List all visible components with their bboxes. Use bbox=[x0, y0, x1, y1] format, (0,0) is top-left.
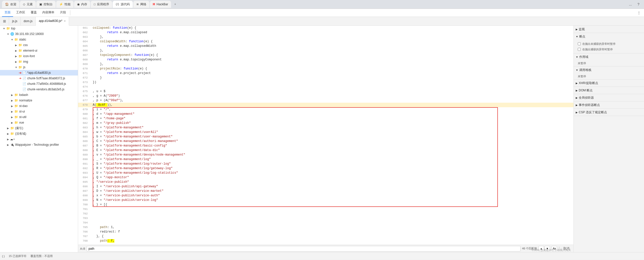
tree-no-domain[interactable]: ▶ 📁 (没有域) bbox=[0, 131, 78, 136]
nav-snippets[interactable]: 片段 bbox=[57, 9, 69, 17]
img-folder-icon: 📁 bbox=[18, 60, 22, 64]
code-line-677: 677, p = (A("99af"), bbox=[78, 98, 573, 103]
tree-server[interactable]: ▼ 🌐 39.101.69.152:18000 bbox=[0, 31, 78, 37]
section-scope-header[interactable]: ▼ 作用域 bbox=[574, 53, 644, 60]
tree-top-label: top bbox=[11, 27, 15, 30]
nav-overrides[interactable]: 覆盖 bbox=[28, 9, 39, 17]
code-line-702: 702 bbox=[78, 211, 573, 216]
tab-console[interactable]: ▣ 控制台 bbox=[36, 1, 56, 8]
tree-st-dao[interactable]: ▶ 📁 st-dao bbox=[0, 103, 78, 109]
checkbox-uncaught-input[interactable] bbox=[578, 42, 581, 45]
icon-font-folder-icon: 📁 bbox=[18, 54, 22, 58]
tree-wappalyzer[interactable]: ▶ 🔌 Wappalyzer - Technology profiler bbox=[0, 142, 78, 147]
tree-static[interactable]: ▼ 📁 static bbox=[0, 37, 78, 42]
tree-normalize[interactable]: ▶ 📁 normalize bbox=[0, 98, 78, 103]
tree-st-ui-label: st-ui bbox=[19, 110, 25, 113]
nav-more-button[interactable]: ⋮ bbox=[636, 10, 642, 16]
tree-top[interactable]: ▼ 📁 top bbox=[0, 26, 78, 31]
tree-chunk-77af[interactable]: 📄 chunk-77af940c.404886b9.js bbox=[0, 81, 78, 87]
tree-app-js-arrow: ➔ bbox=[18, 71, 22, 75]
tree-chunk-vendors[interactable]: 📄 chunk-vendors.db3ab2e5.js bbox=[0, 87, 78, 92]
search-input[interactable] bbox=[87, 246, 521, 251]
callstack-status: 未暂停 bbox=[578, 75, 586, 78]
tab-dom-js[interactable]: dom.js bbox=[21, 17, 36, 26]
code-line-689: 689, v = "/platform-management/devops/no… bbox=[78, 153, 573, 157]
dom-label: DOM 断点 bbox=[579, 88, 593, 93]
section-callstack: ▼ 调用堆栈 未暂停 bbox=[574, 66, 644, 80]
server-icon: 🌐 bbox=[10, 32, 14, 36]
nav-workspace[interactable]: 工作区 bbox=[14, 9, 28, 17]
code-line-686: 686, C = "/platform-management/authori-m… bbox=[78, 139, 573, 143]
tree-app-js[interactable]: ➔ 📄 *app.d14ad630.js bbox=[0, 70, 78, 76]
code-line-695: 695, "/service-publish" bbox=[78, 180, 573, 184]
tree-css[interactable]: ▶ 📁 css bbox=[0, 42, 78, 48]
section-csp-header[interactable]: ▶ CSP 违反了规定断点 bbox=[574, 109, 644, 116]
section-watch: ▶ 监视 bbox=[574, 26, 644, 33]
elements-icon: ◇ bbox=[23, 3, 25, 6]
tree-normalize-label: normalize bbox=[19, 99, 32, 102]
more-button[interactable]: ... bbox=[627, 1, 634, 8]
tab-elements[interactable]: ◇ 元素 bbox=[20, 1, 36, 8]
tree-element-ui[interactable]: ▶ 📁 element-ui bbox=[0, 48, 78, 53]
tree-st-ui[interactable]: ▶ 📁 st-ui bbox=[0, 109, 78, 114]
tree-server-arrow: ▼ bbox=[6, 33, 10, 35]
event-listeners-arrow: ▶ bbox=[576, 104, 578, 106]
checkbox-caught-input[interactable] bbox=[578, 48, 581, 51]
code-line-683: 683, h = "/platform-management" bbox=[78, 125, 573, 130]
tree-cloud[interactable]: ▶ ☁ ∘ bbox=[0, 136, 78, 142]
section-xhr-header[interactable]: ▶ XHR/提取断点 bbox=[574, 80, 644, 87]
tab-app-js[interactable]: app.d14ad630.js* ✕ bbox=[36, 17, 69, 26]
csp-label: CSP 违反了规定断点 bbox=[579, 110, 607, 115]
new-tab-button[interactable]: + bbox=[172, 1, 179, 8]
help-button[interactable]: ? bbox=[635, 1, 642, 8]
tree-st-util[interactable]: ▶ 📁 st-util bbox=[0, 114, 78, 120]
tab-sources[interactable]: ⟨/⟩ 源代码 bbox=[113, 1, 133, 8]
tree-vue[interactable]: ▶ 📁 vue bbox=[0, 120, 78, 125]
tab-welcome[interactable]: 🏠 欢迎 bbox=[2, 1, 19, 8]
tree-icon-font-arrow: ▶ bbox=[14, 55, 18, 58]
tab-sources-label: 源代码 bbox=[121, 2, 130, 7]
code-line-705: 705 path: 1, bbox=[78, 225, 573, 230]
section-global-header[interactable]: ▶ 全局侦听器 bbox=[574, 94, 644, 101]
tree-vue-arrow: ▶ bbox=[10, 121, 14, 124]
section-callstack-header[interactable]: ▼ 调用堆栈 bbox=[574, 66, 644, 73]
section-watch-header[interactable]: ▶ 监视 bbox=[574, 26, 644, 33]
scope-arrow: ▼ bbox=[576, 56, 578, 58]
global-label: 全局侦听器 bbox=[579, 96, 594, 100]
console-icon: ▣ bbox=[39, 3, 42, 6]
tree-st-ui-arrow: ▶ bbox=[10, 110, 14, 113]
tab-network[interactable]: ≋ 网络 bbox=[133, 1, 149, 8]
tab-console-label: 控制台 bbox=[44, 2, 53, 7]
tab-application[interactable]: □ 应用程序 bbox=[91, 1, 112, 8]
nav-content-scripts[interactable]: 内容脚本 bbox=[40, 9, 57, 17]
tree-cloud-arrow: ▶ bbox=[6, 138, 10, 141]
network-icon: ≋ bbox=[136, 3, 139, 6]
code-line-674: 674 bbox=[78, 85, 573, 89]
code-editor[interactable]: 661collapsed: function(e) { 662 return e… bbox=[78, 26, 573, 245]
tree-index[interactable]: ▶ 📁 (索引) bbox=[0, 125, 78, 131]
tab-app-js-close[interactable]: ✕ bbox=[64, 20, 66, 22]
st-ui-folder-icon: 📁 bbox=[14, 109, 18, 114]
section-event-listeners-header[interactable]: ▶ 事件侦听器断点 bbox=[574, 101, 644, 108]
code-line-670: 670 projectRole: function(e) { bbox=[78, 66, 573, 71]
tab-memory[interactable]: ◉ 内存 bbox=[74, 1, 90, 8]
tree-img[interactable]: ▶ 📁 img bbox=[0, 59, 78, 64]
tree-wappalyzer-arrow: ▶ bbox=[6, 143, 10, 146]
code-line-680: 680, d = "/app-management" bbox=[78, 112, 573, 116]
brackets-icon: { } bbox=[2, 255, 5, 258]
tree-js-folder[interactable]: ▼ 📁 js bbox=[0, 64, 78, 70]
tab-performance[interactable]: ⚡ 性能 bbox=[56, 1, 74, 8]
tab-hackbar[interactable]: H HackBar bbox=[150, 1, 171, 8]
tree-chunk-5cff[interactable]: ➔ 📄 chunk-5cff7aae.80ab8372.js bbox=[0, 76, 78, 81]
lodash-folder-icon: 📁 bbox=[14, 93, 18, 97]
nav-page[interactable]: 页面 bbox=[2, 9, 13, 17]
tree-lodash[interactable]: ▶ 📁 lodash bbox=[0, 92, 78, 98]
tab-js-js[interactable]: js.js bbox=[9, 17, 21, 26]
tree-static-label: static bbox=[19, 38, 26, 41]
tree-icon-font[interactable]: ▶ 📁 icon-font bbox=[0, 53, 78, 59]
code-line-701: 701 bbox=[78, 207, 573, 211]
section-breakpoints-header[interactable]: ▼ 断点 bbox=[574, 33, 644, 40]
tree-no-domain-arrow: ▶ bbox=[6, 132, 10, 135]
tab-performance-label: 性能 bbox=[65, 2, 71, 7]
section-dom-header[interactable]: ▶ DOM 断点 bbox=[574, 87, 644, 94]
